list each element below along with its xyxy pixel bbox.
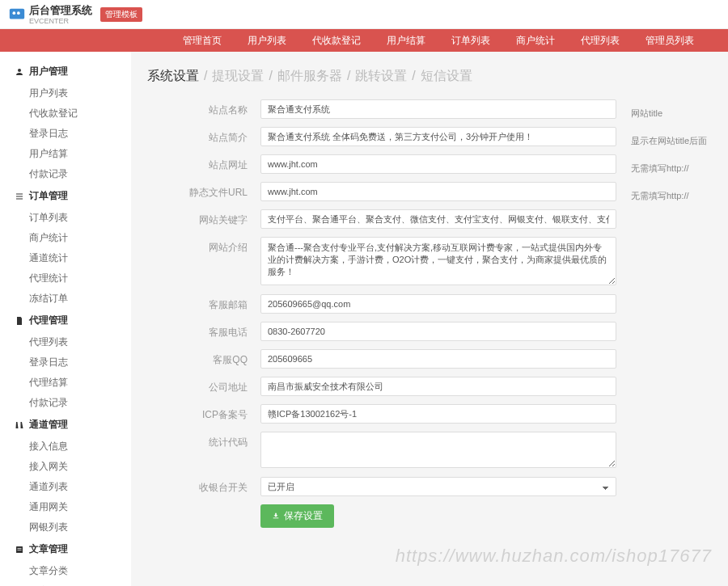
brand-title: 后台管理系统 [29,4,92,16]
form-control-3 [260,182,616,201]
form-row-12: 收银台开关已开启 [147,477,616,498]
form-row-5: 网站介绍 [147,237,616,288]
form-input-9[interactable] [260,377,616,396]
form-input-11[interactable] [260,432,616,468]
form-input-1[interactable] [260,127,616,146]
nav-item-6[interactable]: 代理列表 [568,29,633,52]
sidebar-group-4: 文章管理 [0,538,131,561]
form-hint-10 [631,402,728,429]
form-hint-3: 无需填写http:// [631,182,728,209]
nav-item-0[interactable]: 管理首页 [170,29,235,52]
form-control-9 [260,377,616,396]
form-control-0 [260,99,616,119]
form-row-9: 公司地址 [147,377,616,398]
sidebar-item-1-4[interactable]: 冻结订单 [0,289,131,309]
form-label-0: 站点名称 [147,99,260,120]
form-hint-7 [631,319,728,347]
breadcrumb-item-2[interactable]: 邮件服务器 [277,69,342,82]
form-input-5[interactable] [260,237,616,285]
form-hint-2: 无需填写http:// [631,154,728,182]
nav-item-5[interactable]: 商户统计 [503,29,568,52]
svg-point-2 [17,11,20,15]
sidebar-item-0-3[interactable]: 用户结算 [0,144,131,164]
form-input-4[interactable] [260,209,616,229]
breadcrumb-sep: / [347,69,350,82]
breadcrumb: 系统设置/提现设置/邮件服务器/跳转设置/短信设置 [147,68,728,85]
sidebar-item-4-0[interactable]: 文章分类 [0,561,131,581]
sidebar-item-2-3[interactable]: 付款记录 [0,393,131,413]
form-row-10: ICP备案号 [147,404,616,425]
save-icon [272,511,280,522]
nav-item-7[interactable]: 管理员列表 [633,29,707,52]
logo-icon [8,6,26,23]
sidebar-item-0-2[interactable]: 登录日志 [0,124,131,144]
form-control-6 [260,294,616,314]
sidebar-item-1-0[interactable]: 订单列表 [0,208,131,228]
form-row-4: 网站关键字 [147,209,616,230]
form-input-10[interactable] [260,404,616,424]
breadcrumb-item-0[interactable]: 系统设置 [147,69,199,82]
breadcrumb-item-1[interactable]: 提现设置 [212,69,264,82]
svg-point-3 [18,69,21,72]
sidebar-item-1-1[interactable]: 商户统计 [0,228,131,248]
form-label-9: 公司地址 [147,377,260,398]
form-control-4 [260,209,616,229]
form-input-8[interactable] [260,349,616,369]
form-input-6[interactable] [260,294,616,314]
form-row-1: 站点简介 [147,127,616,148]
sidebar-item-4-1[interactable]: 文章列表 [0,581,131,586]
article-icon [15,545,24,554]
sidebar-item-3-0[interactable]: 接入信息 [0,436,131,457]
breadcrumb-item-3[interactable]: 跳转设置 [355,69,407,82]
nav-item-4[interactable]: 订单列表 [438,29,503,52]
sidebar-item-2-0[interactable]: 代理列表 [0,332,131,352]
form-hint-12 [631,472,728,500]
road-icon [15,420,24,430]
form-input-0[interactable] [260,99,616,119]
form-row-11: 统计代码 [147,432,616,470]
form-control-5 [260,237,616,288]
nav-item-2[interactable]: 代收款登记 [299,29,374,52]
form-label-7: 客服电话 [147,322,260,343]
sidebar-item-2-1[interactable]: 登录日志 [0,352,131,373]
form-row-2: 站点网址 [147,154,616,175]
sidebar-group-title: 代理管理 [29,314,68,327]
sidebar-item-1-2[interactable]: 通道统计 [0,248,131,268]
nav-item-3[interactable]: 用户结算 [374,29,438,52]
form-control-2 [260,154,616,174]
form-input-2[interactable] [260,154,616,174]
breadcrumb-sep: / [269,69,272,82]
save-button[interactable]: 保存设置 [260,504,334,528]
sidebar-item-0-0[interactable]: 用户列表 [0,83,131,103]
template-badge[interactable]: 管理模板 [100,7,142,22]
sidebar-item-3-3[interactable]: 通用网关 [0,497,131,517]
form-control-10 [260,404,616,424]
nav-item-1[interactable]: 用户列表 [235,29,299,52]
sidebar-group-title: 文章管理 [29,542,68,556]
user-icon [15,67,24,77]
form-row-7: 客服电话 [147,322,616,343]
form-label-12: 收银台开关 [147,477,260,498]
sidebar-item-2-2[interactable]: 代理结算 [0,373,131,393]
sidebar-group-3: 通道管理 [0,413,131,436]
form-input-3[interactable] [260,182,616,201]
form-hint-8 [631,347,728,374]
breadcrumb-item-4[interactable]: 短信设置 [421,69,472,82]
form-hint-1: 显示在网站title后面 [631,127,728,154]
form-input-7[interactable] [260,322,616,341]
svg-rect-8 [18,548,22,549]
sidebar-item-3-4[interactable]: 网银列表 [0,517,131,538]
sidebar-item-0-1[interactable]: 代收款登记 [0,103,131,124]
sidebar-item-3-2[interactable]: 通道列表 [0,477,131,497]
doc-icon [15,316,24,326]
sidebar-item-1-3[interactable]: 代理统计 [0,268,131,289]
list-icon [15,192,24,201]
form-hint-0: 网站title [631,99,728,127]
form-input-12[interactable]: 已开启 [260,477,616,496]
sidebar-item-3-1[interactable]: 接入网关 [0,457,131,477]
svg-point-1 [13,11,16,15]
form-label-4: 网站关键字 [147,209,260,230]
sidebar-item-0-4[interactable]: 付款记录 [0,164,131,184]
sidebar-group-1: 订单管理 [0,184,131,208]
form-hint-11 [631,429,728,472]
